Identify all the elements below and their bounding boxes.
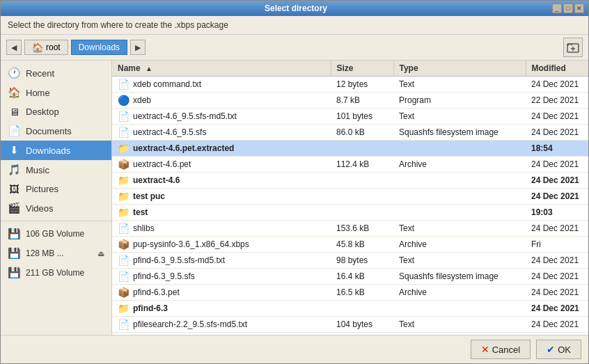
eject-button[interactable]: ⏏ [97, 249, 104, 258]
sidebar-item-pictures-label: Pictures [26, 184, 58, 194]
file-name-cell: 📦 pup-sysinfo-3.6_1.x86_64.xbps [112, 237, 331, 253]
file-modified: 24 Dec 2021 [526, 125, 588, 141]
file-name-cell: 📄 uextract-4.6_9.5.sfs-md5.txt [112, 109, 331, 125]
breadcrumb-root-label: root [46, 42, 61, 52]
sidebar-item-music[interactable]: 🎵 Music [1, 160, 111, 180]
file-icon: 📁 [118, 303, 129, 314]
sidebar-item-home[interactable]: 🏠 Home [1, 83, 111, 102]
table-row[interactable]: 📁 pfind-6.3 24 Dec 2021 [112, 301, 588, 317]
file-list[interactable]: Name ▲ Size Type Modified [112, 61, 588, 335]
sidebar-item-desktop[interactable]: 🖥 Desktop [1, 102, 111, 121]
sidebar-item-vol211[interactable]: 💾 211 GB Volume [1, 263, 111, 283]
main-content: 🕐 Recent 🏠 Home 🖥 Desktop 📄 Documents ⬇ … [1, 61, 588, 335]
table-row[interactable]: 📄 pfilesearch-2.2_9.5.sfs-md5.txt 104 by… [112, 317, 588, 333]
volume-128-icon: 💾 [8, 247, 20, 260]
file-modified: 24 Dec 2021 [526, 285, 588, 301]
sidebar-item-documents[interactable]: 📄 Documents [1, 121, 111, 141]
file-icon: 📦 [118, 159, 129, 170]
file-name-cell: 📄 shlibs [112, 221, 331, 237]
new-folder-button[interactable] [563, 38, 583, 57]
file-name: pup-sysinfo-3.6_1.x86_64.xbps [133, 239, 249, 249]
file-icon: 📦 [118, 239, 129, 250]
cancel-button[interactable]: ✕ Cancel [471, 340, 531, 359]
file-name-cell: 📁 uextract-4.6 [112, 173, 331, 189]
column-name[interactable]: Name ▲ [112, 61, 331, 77]
desktop-icon: 🖥 [8, 106, 20, 118]
table-row[interactable]: 📄 shlibs 153.6 kB Text 24 Dec 2021 [112, 221, 588, 237]
table-row[interactable]: 📁 test puc 24 Dec 2021 [112, 189, 588, 205]
minimize-button[interactable]: _ [552, 3, 562, 13]
back-button[interactable]: ◀ [6, 40, 22, 55]
table-row[interactable]: 📄 uextract-4.6_9.5.sfs 86.0 kB Squashfs … [112, 125, 588, 141]
home-sidebar-icon: 🏠 [8, 86, 20, 99]
sidebar-item-videos-label: Videos [26, 203, 54, 214]
file-type: Archive [393, 285, 526, 301]
table-row[interactable]: 📦 pfind-6.3.pet 16.5 kB Archive 24 Dec 2… [112, 285, 588, 301]
table-row[interactable]: 📄 xdeb command.txt 12 bytes Text 24 Dec … [112, 77, 588, 93]
file-name: shlibs [133, 223, 155, 233]
table-row[interactable]: 🔵 xdeb 8.7 kB Program 22 Dec 2021 [112, 93, 588, 109]
sidebar-item-vol106[interactable]: 💾 106 GB Volume [1, 224, 111, 244]
sidebar-item-downloads-label: Downloads [26, 145, 70, 156]
table-row[interactable]: 📁 test 19:03 [112, 205, 588, 221]
file-type [393, 141, 526, 157]
dialog-window: Select directory _ □ ✕ Select the direct… [0, 0, 589, 364]
file-size [331, 173, 393, 189]
table-row[interactable]: 📄 pfind-6.3_9.5.sfs 16.4 kB Squashfs fil… [112, 269, 588, 285]
file-size: 45.8 kB [331, 237, 393, 253]
file-type [393, 301, 526, 317]
pictures-icon: 🖼 [8, 183, 20, 195]
titlebar-buttons: _ □ ✕ [552, 3, 584, 13]
file-type [393, 173, 526, 189]
file-icon: 📁 [118, 207, 129, 218]
table-row[interactable]: 📁 uextract-4.6 24 Dec 2021 [112, 173, 588, 189]
table-row[interactable]: 📦 uextract-4.6.pet 112.4 kB Archive 24 D… [112, 157, 588, 173]
file-name: pfind-6.3_9.5.sfs-md5.txt [133, 255, 225, 265]
ok-button[interactable]: ✔ OK [536, 340, 581, 359]
column-modified[interactable]: Modified [526, 61, 588, 77]
file-modified: Fri [526, 237, 588, 253]
downloads-icon: ⬇ [8, 144, 20, 157]
file-size: 8.7 kB [331, 93, 393, 109]
file-type: Text [393, 109, 526, 125]
home-icon: 🏠 [32, 42, 43, 53]
close-button[interactable]: ✕ [574, 3, 584, 13]
titlebar: Select directory _ □ ✕ [1, 1, 588, 16]
file-size: 153.6 kB [331, 221, 393, 237]
file-name: uextract-4.6_9.5.sfs [133, 127, 206, 137]
recent-icon: 🕐 [8, 67, 20, 79]
table-row[interactable]: 📁 uextract-4.6.pet.extracted 18:54 [112, 141, 588, 157]
breadcrumb-downloads[interactable]: Downloads [71, 40, 127, 55]
file-name-cell: 📄 pfind-6.3_9.5.sfs [112, 269, 331, 285]
column-type[interactable]: Type [393, 61, 526, 77]
sidebar-item-pictures[interactable]: 🖼 Pictures [1, 180, 111, 198]
sidebar-item-vol128[interactable]: 💾 128 MB ... ⏏ [1, 244, 111, 263]
file-name-cell: 📄 pfilesearch-2.2_9.5.sfs-md5.txt [112, 317, 331, 333]
sidebar-item-downloads[interactable]: ⬇ Downloads [1, 141, 111, 160]
table-row[interactable]: 📄 pfind-6.3_9.5.sfs-md5.txt 98 bytes Tex… [112, 253, 588, 269]
file-icon: 📄 [118, 127, 129, 138]
maximize-button[interactable]: □ [563, 3, 573, 13]
sidebar-separator [1, 221, 111, 221]
sidebar-item-desktop-label: Desktop [26, 106, 59, 117]
file-name-cell: 📁 uextract-4.6.pet.extracted [112, 141, 331, 157]
file-icon: 📄 [118, 111, 129, 122]
file-modified: 24 Dec 2021 [526, 253, 588, 269]
sidebar-item-vol211-label: 211 GB Volume [26, 268, 84, 278]
file-size: 101 bytes [331, 109, 393, 125]
breadcrumb-root[interactable]: 🏠 root [24, 40, 68, 55]
file-size: 86.0 kB [331, 125, 393, 141]
sidebar-item-music-label: Music [26, 165, 49, 175]
sidebar-item-videos[interactable]: 🎬 Videos [1, 198, 111, 218]
sidebar-item-recent[interactable]: 🕐 Recent [1, 63, 111, 83]
table-row[interactable]: 📦 pup-sysinfo-3.6_1.x86_64.xbps 45.8 kB … [112, 237, 588, 253]
file-icon: 📦 [118, 287, 129, 298]
forward-button[interactable]: ▶ [130, 40, 146, 55]
file-name-cell: 📦 uextract-4.6.pet [112, 157, 331, 173]
table-row[interactable]: 📄 uextract-4.6_9.5.sfs-md5.txt 101 bytes… [112, 109, 588, 125]
file-modified: 22 Dec 2021 [526, 93, 588, 109]
column-size[interactable]: Size [331, 61, 393, 77]
file-icon: 📁 [118, 143, 129, 154]
ok-label: OK [558, 345, 571, 355]
file-name-cell: 📄 xdeb command.txt [112, 77, 331, 93]
